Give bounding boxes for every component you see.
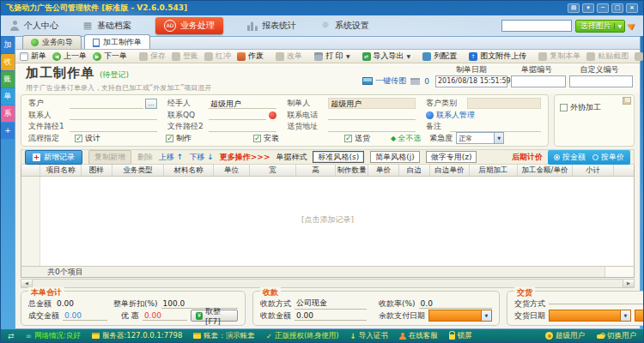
round-button[interactable]: ¥取整[F7] xyxy=(191,310,238,322)
deal-amount-input[interactable]: 0.00 xyxy=(63,311,107,321)
style-lettering-button[interactable]: 做字专用(z) xyxy=(426,151,477,163)
copy-order-button[interactable]: 复制本单 xyxy=(538,51,580,62)
void-button[interactable]: 作废 xyxy=(237,51,264,62)
col-header-pattern[interactable]: 图样 xyxy=(82,165,112,176)
delivery-method-input[interactable] xyxy=(549,304,644,304)
qq-icon[interactable] xyxy=(269,111,276,119)
checkbox-icon[interactable] xyxy=(560,104,568,111)
urgency-select[interactable]: 正常▼ xyxy=(456,132,504,144)
side-tab-add[interactable]: + xyxy=(1,123,15,139)
checkbox-checked-icon[interactable] xyxy=(344,135,352,142)
add-record-button[interactable]: +新增记录 xyxy=(25,150,82,165)
style-standard-button[interactable]: 标准风格(s) xyxy=(313,151,364,163)
prev-order-button[interactable]: ◀上一单 xyxy=(52,51,87,62)
attachment-upload-button[interactable]: ↑图文附件上传 xyxy=(469,51,526,62)
payment-rate-input[interactable]: 0.0 xyxy=(419,299,492,309)
next-order-button[interactable]: ▶下一单 xyxy=(93,51,127,62)
nav-system-settings[interactable]: ☼ 系统设置 xyxy=(320,20,369,32)
radio-by-unit-price[interactable]: 按单价 xyxy=(592,152,624,163)
import-certificate-button[interactable]: ↓导入证书 xyxy=(350,331,388,341)
radio-by-amount[interactable]: 按金额 xyxy=(554,152,586,163)
nav-report-statistics[interactable]: 报表统计 xyxy=(247,20,296,32)
nav-business-processing[interactable]: AD 业务处理 xyxy=(155,17,223,34)
pick-image-button[interactable]: 选择图片 ▼ xyxy=(575,20,625,33)
contact-manage-link[interactable]: 联系人管理 xyxy=(436,110,475,121)
chevron-down-icon[interactable]: ▼ xyxy=(620,310,630,321)
col-header-unit-price[interactable]: 单价 xyxy=(368,165,399,176)
col-header-item-name[interactable]: 项目名称 xyxy=(40,165,82,176)
col-header-height[interactable]: 高 xyxy=(296,165,336,176)
delivery-date-picker[interactable]: ▼ xyxy=(549,310,631,322)
payment-amount-input[interactable]: 0.00 xyxy=(295,311,367,321)
uncheck-all-link[interactable]: ◆全不选 xyxy=(391,133,421,144)
scroll-left-icon[interactable]: ◀ xyxy=(21,280,33,287)
one-click-image-link[interactable]: 一键传图 0 xyxy=(334,75,435,87)
col-header-material[interactable]: 材料名称 xyxy=(164,165,214,176)
side-tab[interactable]: 收 xyxy=(1,54,15,70)
payment-method-input[interactable]: 公司现金 xyxy=(295,298,367,310)
switch-user-button[interactable]: 切换用户 xyxy=(597,331,636,341)
image-picker-input[interactable] xyxy=(501,20,572,32)
handler-input[interactable]: 超级用户 xyxy=(209,99,276,109)
move-down-button[interactable]: 下移 ↓ xyxy=(189,152,213,163)
tab-processing-order[interactable]: 加工制作单 xyxy=(84,34,150,49)
close-button[interactable]: × xyxy=(626,3,638,13)
new-order-button[interactable]: 新单 xyxy=(20,51,46,62)
side-tab[interactable]: 单 xyxy=(1,88,15,105)
grip-icon[interactable]: ⇄ xyxy=(8,332,15,340)
table-body[interactable]: [点击添加记录] xyxy=(21,177,634,266)
col-header-subtotal[interactable]: 小计 xyxy=(573,165,614,176)
col-header-quantity[interactable]: 制作数量 xyxy=(336,165,368,176)
path1-input[interactable] xyxy=(70,122,157,132)
paste-screenshot-button[interactable]: 粘贴截图 xyxy=(586,51,629,62)
current-user[interactable]: 超级用户 xyxy=(545,331,585,341)
balance-date-picker[interactable]: ▼ xyxy=(428,310,492,322)
off-input[interactable]: 0.00 xyxy=(143,311,187,321)
contact-input[interactable] xyxy=(70,110,157,120)
lock-screen-button[interactable]: 锁屏 xyxy=(449,331,472,341)
doc-no-input[interactable] xyxy=(511,75,566,87)
side-tab[interactable]: 账 xyxy=(1,71,15,87)
maximize-button[interactable]: □ xyxy=(611,3,623,13)
tab-business-wizard[interactable]: 业务向导 xyxy=(22,35,82,49)
checkbox-checked-icon[interactable] xyxy=(253,135,261,142)
custom-no-input[interactable] xyxy=(569,75,633,87)
flow-step-install[interactable]: 安装 xyxy=(253,133,279,144)
import-export-button[interactable]: ⇄导入导出▼ xyxy=(362,51,411,62)
side-tab[interactable]: 系 xyxy=(1,105,15,122)
path2-input[interactable] xyxy=(209,122,276,132)
order-date-picker[interactable]: 2016/08/18 15:51:59 ▼ xyxy=(435,75,507,87)
delivery-time-spinner[interactable]: ▲▼ xyxy=(635,310,644,322)
column-config-button[interactable]: 列配置 xyxy=(422,51,457,62)
style-simple-button[interactable]: 简单风格(j) xyxy=(370,151,420,163)
menu-dropdown-icon[interactable]: ▾ xyxy=(582,3,594,13)
checkbox-checked-icon[interactable] xyxy=(166,135,173,142)
checkbox-checked-icon[interactable] xyxy=(75,135,82,142)
col-header-white-edge[interactable]: 白边 xyxy=(399,165,430,176)
chevron-down-icon[interactable]: ▼ xyxy=(494,133,503,143)
modify-order-button[interactable]: 改单 xyxy=(276,51,302,62)
copy-add-button[interactable]: 复制新增 xyxy=(88,150,131,165)
flow-step-design[interactable]: 设计 xyxy=(75,133,100,144)
side-tab[interactable]: 加 xyxy=(1,37,15,53)
print-button[interactable]: 打 印▼ xyxy=(314,51,350,62)
delete-record-button[interactable]: 删除 xyxy=(137,152,153,163)
red-reverse-button[interactable]: 红冲 xyxy=(204,51,231,62)
col-header-process-amount[interactable]: 加工金额/单价 xyxy=(518,165,573,176)
panel-corner-icon[interactable] xyxy=(623,97,631,105)
horizontal-scrollbar[interactable]: ◀ ▶ xyxy=(21,279,635,288)
outsource-checkbox[interactable]: 外协加工 xyxy=(560,102,629,113)
online-support-button[interactable]: 在线客服 xyxy=(399,331,438,341)
phone-input[interactable] xyxy=(328,110,416,120)
col-header-business-type[interactable]: 业务类型 xyxy=(112,165,164,176)
skin-icon[interactable]: ▤ xyxy=(568,3,580,13)
empty-hint[interactable]: [点击添加记录] xyxy=(21,214,634,226)
post-account-button[interactable]: 登账 xyxy=(172,51,198,62)
minimize-button[interactable]: ─ xyxy=(597,3,609,13)
chevron-down-icon[interactable]: ▼ xyxy=(614,23,624,29)
nav-personal-center[interactable]: 个人中心 xyxy=(9,20,58,32)
flow-step-make[interactable]: 制作 xyxy=(166,133,191,144)
address-input[interactable] xyxy=(328,122,416,132)
move-up-button[interactable]: 上移 ↑ xyxy=(159,152,183,163)
flow-step-deliver[interactable]: 送货 xyxy=(344,133,370,144)
